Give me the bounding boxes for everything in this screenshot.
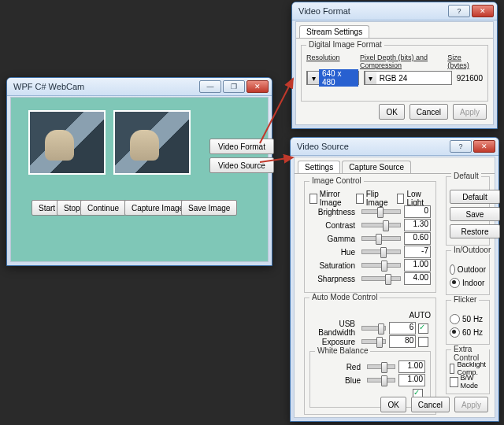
preview-left	[28, 110, 106, 175]
continue-button[interactable]: Continue	[80, 200, 126, 216]
minimize-button[interactable]: —	[199, 80, 221, 93]
flip-checkbox[interactable]	[356, 194, 364, 204]
sharpness-slider[interactable]	[361, 276, 401, 281]
brightness-label: Brightness	[309, 208, 358, 216]
maximize-button[interactable]: ❐	[223, 80, 245, 93]
digital-image-format-group: Digital Image Format Resolution Pixel De…	[301, 45, 488, 102]
outdoor-radio[interactable]	[450, 264, 455, 275]
side-column: Default Default Save Restore In/Outdoor …	[446, 176, 490, 399]
mirror-checkbox[interactable]	[309, 194, 317, 204]
indoor-label: Indoor	[462, 279, 484, 287]
bw-checkbox[interactable]	[450, 377, 458, 387]
video-source-button[interactable]: Video Source	[209, 157, 274, 173]
save-button[interactable]: Save	[450, 207, 500, 221]
close-button[interactable]: ✕	[246, 80, 269, 93]
format-apply-button[interactable]: Apply	[453, 104, 487, 120]
wb-blue-slider[interactable]	[367, 378, 395, 382]
contrast-value: 1.30	[404, 219, 431, 231]
video-format-button[interactable]: Video Format	[209, 139, 274, 154]
gamma-slider[interactable]	[361, 236, 401, 241]
inoutdoor-group: In/Outdoor Outdoor Indoor	[446, 250, 490, 295]
preview-right	[113, 110, 191, 175]
hz50-radio[interactable]	[450, 314, 460, 324]
source-close-button[interactable]: ✕	[473, 140, 495, 153]
wb-blue-label: Blue	[315, 376, 364, 385]
pixel-depth-value: RGB 24	[376, 74, 451, 83]
exposure-slider[interactable]	[361, 339, 386, 344]
format-client: Stream Settings Digital Image Format Res…	[295, 21, 494, 125]
sharpness-label: Sharpness	[309, 275, 358, 283]
exposure-auto-checkbox[interactable]	[418, 337, 428, 347]
chevron-down-icon: ▾	[365, 72, 376, 84]
wb-red-slider[interactable]	[367, 364, 395, 369]
hue-slider[interactable]	[361, 249, 401, 254]
wb-red-value: 1.00	[398, 360, 425, 373]
format-ok-button[interactable]: OK	[379, 104, 404, 120]
main-titlebar[interactable]: WPF C# WebCam — ❐ ✕	[7, 78, 272, 96]
save-image-button[interactable]: Save Image	[181, 200, 237, 216]
hue-label: Hue	[309, 248, 358, 257]
pixel-depth-combo[interactable]: ▾ RGB 24	[364, 71, 452, 85]
wb-red-label: Red	[315, 363, 364, 371]
source-dialog-buttons: OK Cancel Apply	[380, 397, 488, 412]
group-title: Extra Control	[451, 345, 489, 362]
source-title: Video Source	[294, 142, 448, 151]
hdr-size: Size (bytes)	[447, 54, 483, 69]
exposure-label: Exposure	[309, 338, 358, 346]
lowlight-checkbox[interactable]	[397, 194, 405, 204]
group-title: White Balance	[315, 346, 370, 355]
source-apply-button[interactable]: Apply	[454, 397, 488, 412]
restore-button[interactable]: Restore	[450, 224, 500, 238]
contrast-slider[interactable]	[361, 223, 401, 227]
contrast-row: Contrast1.30	[309, 219, 431, 231]
webcam-main-window: WPF C# WebCam — ❐ ✕ Start Stop Continue …	[6, 77, 272, 266]
close-icon: ✕	[480, 7, 486, 15]
format-cancel-button[interactable]: Cancel	[410, 104, 448, 120]
camera-preview-image	[30, 112, 104, 173]
usb-bandwidth-slider[interactable]	[361, 326, 386, 331]
saturation-row: Saturation1.00	[309, 259, 431, 272]
minimize-icon: —	[207, 83, 214, 91]
tab-settings[interactable]: Settings	[298, 161, 340, 173]
tab-stream-settings[interactable]: Stream Settings	[299, 25, 369, 38]
usb-bandwidth-auto-checkbox[interactable]	[418, 323, 428, 334]
group-title: Flicker	[451, 295, 479, 304]
extra-control-group: Extra Control Backlight Comp. B/W Mode	[446, 349, 490, 394]
format-dialog-buttons: OK Cancel Apply	[379, 104, 487, 120]
resolution-combo[interactable]: ▾ 640 x 480	[306, 71, 359, 85]
format-close-button[interactable]: ✕	[472, 5, 494, 17]
indoor-radio[interactable]	[450, 278, 460, 288]
maximize-icon: ❐	[231, 83, 237, 91]
tab-capture-source[interactable]: Capture Source	[342, 161, 411, 173]
source-help-button[interactable]: ?	[450, 140, 472, 153]
source-titlebar[interactable]: Video Source ? ✕	[291, 138, 498, 156]
hue-row: Hue-7	[309, 246, 431, 258]
flicker-group: Flicker 50 Hz 60 Hz	[446, 300, 490, 345]
brightness-value: 0	[404, 205, 431, 218]
saturation-slider[interactable]	[361, 263, 401, 268]
close-icon: ✕	[481, 142, 487, 150]
sharpness-value: 4.00	[404, 272, 431, 285]
backlight-checkbox[interactable]	[450, 364, 454, 374]
mirror-label: Mirror Image	[320, 190, 351, 207]
brightness-slider[interactable]	[361, 209, 401, 214]
gamma-value: 0.60	[404, 232, 431, 245]
default-group: Default Default Save Restore	[446, 176, 490, 246]
captured-image	[115, 112, 189, 173]
outdoor-label: Outdoor	[458, 265, 486, 274]
main-client: Start Stop Continue Capture Image Save I…	[10, 97, 269, 262]
hdr-pixel-depth: Pixel Depth (bits) and Compression	[360, 54, 443, 69]
default-button[interactable]: Default	[450, 190, 500, 204]
contrast-label: Contrast	[309, 221, 358, 230]
format-titlebar[interactable]: Video Format ? ✕	[292, 2, 497, 20]
bw-label: B/W Mode	[461, 374, 487, 390]
hdr-resolution: Resolution	[306, 54, 355, 69]
source-ok-button[interactable]: OK	[380, 397, 406, 412]
hz60-radio[interactable]	[450, 327, 460, 338]
group-title: Default	[451, 172, 481, 180]
usb-bandwidth-label: USB Bandwidth	[309, 320, 358, 337]
source-cancel-button[interactable]: Cancel	[411, 397, 450, 412]
hz50-label: 50 Hz	[462, 315, 483, 323]
video-format-dialog: Video Format ? ✕ Stream Settings Digital…	[291, 2, 498, 129]
format-help-button[interactable]: ?	[448, 5, 470, 17]
